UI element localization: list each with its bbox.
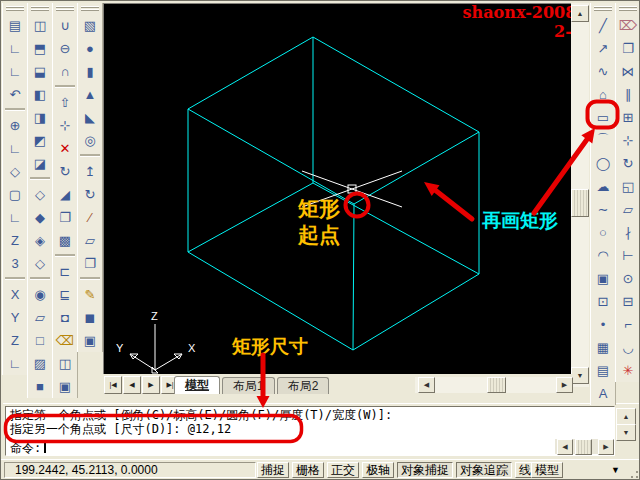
copy-icon[interactable]: ❐ bbox=[617, 37, 639, 59]
tab-next-button[interactable]: ▶ bbox=[142, 376, 160, 394]
cmd-scroll-right-button[interactable]: ▶ bbox=[598, 439, 614, 455]
named-ucs-icon[interactable]: ▤ bbox=[4, 14, 26, 36]
view-se-isometric-icon[interactable]: ◆ bbox=[29, 206, 51, 228]
view-top-icon[interactable]: ⬒ bbox=[29, 37, 51, 59]
view-left-icon[interactable]: ◧ bbox=[29, 83, 51, 105]
view-bottom-icon[interactable]: ⬓ bbox=[29, 60, 51, 82]
trim-icon[interactable]: ∤ bbox=[617, 221, 639, 243]
view-nw-isometric-icon[interactable]: ◇ bbox=[29, 252, 51, 274]
intersect-icon[interactable]: ∩ bbox=[54, 60, 76, 82]
tab-first-button[interactable]: |◀ bbox=[104, 376, 122, 394]
status-toggle-捕捉[interactable]: 捕捉 bbox=[257, 462, 289, 478]
drawing-canvas[interactable]: Z Y X 矩形 起点 再画矩形 矩形尺寸 bbox=[103, 3, 573, 376]
camera-icon[interactable]: ◉ bbox=[29, 283, 51, 305]
construction-line-icon[interactable]: ↗ bbox=[592, 37, 614, 59]
copy-faces-icon[interactable]: ❐ bbox=[54, 206, 76, 228]
scroll-right-button[interactable]: ▶ bbox=[556, 377, 573, 393]
command-text-area[interactable]: 指定第一个角点或 [倒角(C)/标高(E)/圆角(F)/厚度(T)/宽度(W)]… bbox=[5, 406, 615, 456]
stretch-icon[interactable]: ▱ bbox=[617, 198, 639, 220]
point-icon[interactable]: • bbox=[592, 313, 614, 335]
shade-2d-wireframe-icon[interactable]: ▱ bbox=[29, 306, 51, 328]
shell-icon[interactable]: ▣ bbox=[54, 375, 76, 397]
ucs-view-icon[interactable]: ▢ bbox=[4, 183, 26, 205]
canvas-hscrollbar[interactable]: ◀ ▶ bbox=[415, 377, 573, 393]
ucs-origin-icon[interactable]: ∟ bbox=[4, 206, 26, 228]
separate-icon[interactable]: ◫ bbox=[54, 352, 76, 374]
explode-icon[interactable]: ✳ bbox=[617, 359, 639, 381]
slice-icon[interactable]: ∕ bbox=[79, 206, 101, 228]
ucs-ii-icon[interactable]: ∟ bbox=[4, 60, 26, 82]
tab-模型[interactable]: 模型 bbox=[174, 376, 220, 394]
ucs-z-rotate-icon[interactable]: Z bbox=[4, 329, 26, 351]
insert-block-icon[interactable]: ▣ bbox=[592, 267, 614, 289]
interfere-icon[interactable]: ❐ bbox=[79, 252, 101, 274]
extend-icon[interactable]: ⊢ bbox=[617, 244, 639, 266]
solid-check-icon[interactable]: ▣ bbox=[79, 329, 101, 351]
make-block-icon[interactable]: ⊡ bbox=[592, 290, 614, 312]
line-icon[interactable]: ╱ bbox=[592, 14, 614, 36]
solid-torus-icon[interactable]: ◎ bbox=[79, 129, 101, 151]
offset-icon[interactable]: ∥ bbox=[617, 83, 639, 105]
solid-history-icon[interactable]: ◼ bbox=[79, 306, 101, 328]
break-at-point-icon[interactable]: ⊙ bbox=[617, 267, 639, 289]
tab-prev-button[interactable]: ◀ bbox=[123, 376, 141, 394]
tab-布局2[interactable]: 布局2 bbox=[277, 377, 330, 394]
view-back-icon[interactable]: ◪ bbox=[29, 152, 51, 174]
array-icon[interactable]: ⊞ bbox=[617, 106, 639, 128]
ucs-y-icon[interactable]: Y bbox=[4, 306, 26, 328]
vscroll-thumb[interactable] bbox=[571, 189, 589, 217]
delete-faces-icon[interactable]: ✕ bbox=[54, 137, 76, 159]
toolbar-grip[interactable] bbox=[6, 6, 24, 11]
union-icon[interactable]: ∪ bbox=[54, 14, 76, 36]
model-space-button[interactable]: 模型 bbox=[531, 462, 563, 478]
command-line-3[interactable]: 命令: bbox=[10, 441, 614, 455]
erase-icon[interactable]: ⌦ bbox=[617, 14, 639, 36]
shade-gouraud-icon[interactable]: ■ bbox=[29, 375, 51, 397]
chamfer-icon[interactable]: ⌐ bbox=[617, 313, 639, 335]
status-toggle-极轴[interactable]: 极轴 bbox=[362, 462, 394, 478]
scroll-left-button[interactable]: ◀ bbox=[418, 377, 435, 393]
taper-faces-icon[interactable]: ◢ bbox=[54, 183, 76, 205]
status-toggle-正交[interactable]: 正交 bbox=[327, 462, 359, 478]
cmd-scroll-up-button[interactable]: ▲ bbox=[616, 408, 636, 425]
canvas-vscrollbar[interactable]: ▲ ▼ bbox=[571, 3, 589, 387]
mirror-icon[interactable]: ⋈ bbox=[617, 60, 639, 82]
rotate-faces-icon[interactable]: ↻ bbox=[54, 160, 76, 182]
color-edges-icon[interactable]: ⊑ bbox=[54, 283, 76, 305]
scale-icon[interactable]: ◱ bbox=[617, 175, 639, 197]
view-sw-isometric-icon[interactable]: ◇ bbox=[29, 183, 51, 205]
toolbar-grip[interactable] bbox=[81, 6, 99, 11]
ucs-icon[interactable]: ∟ bbox=[4, 37, 26, 59]
solids-edit-icon[interactable]: ✎ bbox=[79, 283, 101, 305]
cmd-scroll-left-button[interactable]: ◀ bbox=[557, 439, 573, 455]
view-right-icon[interactable]: ◨ bbox=[29, 106, 51, 128]
ellipse-arc-icon[interactable]: ◠ bbox=[592, 244, 614, 266]
tab-布局1[interactable]: 布局1 bbox=[222, 377, 275, 394]
copy-edges-icon[interactable]: ⊏ bbox=[54, 260, 76, 282]
shade-hidden-icon[interactable]: ▨ bbox=[29, 352, 51, 374]
revision-cloud-icon[interactable]: ☁ bbox=[592, 175, 614, 197]
move-icon[interactable]: ⊹ bbox=[617, 129, 639, 151]
cmd-scroll-down-button[interactable]: ▼ bbox=[616, 424, 636, 441]
status-toggle-对象捕捉[interactable]: 对象捕捉 bbox=[397, 462, 453, 478]
spline-icon[interactable]: ∼ bbox=[592, 198, 614, 220]
ucs-previous-icon[interactable]: ↶ bbox=[4, 83, 26, 105]
break-icon[interactable]: ⊟ bbox=[617, 290, 639, 312]
scroll-down-button[interactable]: ▼ bbox=[571, 367, 589, 384]
status-toggle-栅格[interactable]: 栅格 bbox=[292, 462, 324, 478]
rectangle-icon[interactable]: ▭ bbox=[592, 106, 614, 128]
status-toggle-对象追踪[interactable]: 对象追踪 bbox=[456, 462, 512, 478]
subtract-icon[interactable]: ⊖ bbox=[54, 37, 76, 59]
ucs-x-icon[interactable]: X bbox=[4, 283, 26, 305]
view-front-icon[interactable]: ◩ bbox=[29, 129, 51, 151]
toolbar-grip[interactable] bbox=[31, 6, 49, 11]
named-views-icon[interactable]: ◫ bbox=[29, 14, 51, 36]
cmd-hscroll-thumb[interactable] bbox=[575, 439, 592, 455]
extrude-icon[interactable]: ↥ bbox=[79, 160, 101, 182]
scroll-up-button[interactable]: ▲ bbox=[571, 5, 589, 22]
solid-sphere-icon[interactable]: ● bbox=[79, 37, 101, 59]
cmd-hscrollbar[interactable]: ◀ ▶ bbox=[555, 439, 613, 454]
solid-cylinder-icon[interactable]: ▮ bbox=[79, 60, 101, 82]
color-faces-icon[interactable]: ▩ bbox=[54, 229, 76, 251]
region-icon[interactable]: ▤ bbox=[592, 359, 614, 381]
